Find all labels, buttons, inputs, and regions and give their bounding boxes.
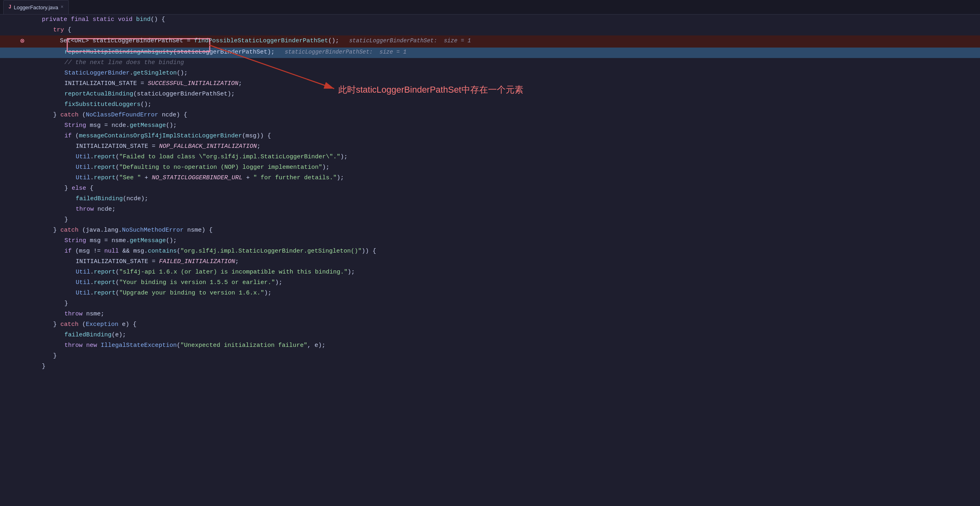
token-type: IllegalStateException (101, 342, 177, 349)
token-plain: (staticLoggerBinderPathSet); (133, 91, 235, 97)
token-method: fixSubstitutedLoggers (64, 101, 141, 108)
line-content: failedBinding(e); (64, 330, 126, 340)
token-str: "slf4j-api 1.6.x (or later) is incompati… (119, 269, 347, 276)
code-line: } (0, 299, 980, 309)
code-area[interactable]: private final static void bind() {try {⊗… (0, 15, 980, 506)
token-plain: . (90, 164, 94, 171)
token-plain: } (53, 112, 60, 118)
token-type: Util (76, 164, 90, 171)
token-type: Util (76, 290, 90, 297)
token-comment: // the next line does the binding (64, 59, 184, 66)
line-content: Util.report("Defaulting to no-operation … (76, 163, 329, 173)
code-line: StaticLoggerBinder.getSingleton(); (0, 68, 980, 79)
token-plain: ( (116, 174, 119, 181)
token-kw: String (64, 237, 90, 244)
token-kw: static (93, 16, 118, 23)
token-plain: . (90, 153, 94, 160)
token-plain: ( (177, 342, 180, 349)
line-content: reportActualBinding(staticLoggerBinderPa… (64, 89, 235, 100)
tab-close-button[interactable]: × (61, 4, 64, 10)
code-line: Util.report("Your binding is version 1.5… (0, 278, 980, 288)
token-method: reportActualBinding (64, 91, 133, 97)
line-content: } (53, 351, 57, 361)
line-content: } else { (64, 184, 93, 194)
code-line: Util.report("Upgrade your binding to ver… (0, 288, 980, 299)
token-method: getMessage (130, 122, 166, 129)
token-plain: INITIALIZATION_STATE = (76, 143, 159, 150)
line-content: // the next line does the binding (64, 58, 184, 68)
token-type: NoSuchMethodError (122, 227, 184, 234)
line-content: } catch (Exception e) { (53, 320, 136, 330)
code-line: reportMultipleBindingAmbiguity(staticLog… (0, 48, 980, 58)
code-line: Util.report("slf4j-api 1.6.x (or later) … (0, 268, 980, 278)
line-content: Util.report("See " + NO_STATICLOGGERBIND… (76, 173, 344, 183)
token-kw: throw (64, 342, 86, 349)
token-str: "Defaulting to no-operation (NOP) logger… (119, 164, 322, 171)
token-plain: INITIALIZATION_STATE = (76, 258, 159, 265)
token-plain: { (90, 185, 93, 192)
token-plain: msg = ncde. (90, 122, 130, 129)
token-kw: else (72, 185, 90, 192)
token-type: StaticLoggerBinder (64, 70, 130, 77)
java-file-icon: J (8, 4, 11, 10)
token-method: reportMultipleBindingAmbiguity (64, 49, 173, 56)
token-method: findPossibleStaticLoggerBinderPathSet (194, 37, 328, 44)
token-kw: new (86, 342, 101, 349)
line-content: String msg = ncde.getMessage(); (64, 121, 177, 131)
line-content: Util.report("Upgrade your binding to ver… (76, 288, 271, 299)
token-plain: ); (275, 279, 282, 286)
token-method: bind (136, 16, 151, 23)
code-line: } (0, 362, 980, 372)
token-plain: ); (322, 164, 329, 171)
token-plain: (); (328, 37, 339, 44)
tab-loggerfactory[interactable]: J LoggerFactory.java × (3, 0, 69, 14)
line-content: } (64, 215, 68, 225)
line-content: Util.report("Failed to load class \"org.… (76, 152, 347, 162)
token-kw-flow: try (53, 27, 68, 33)
token-kw: void (118, 16, 136, 23)
token-plain: . (90, 174, 94, 181)
token-plain: () { (151, 16, 165, 23)
code-line: reportActualBinding(staticLoggerBinderPa… (0, 89, 980, 100)
token-plain: ( (75, 133, 79, 139)
line-content: throw ncde; (76, 205, 116, 215)
token-plain: } (64, 185, 72, 192)
token-kw-flow: catch (60, 321, 82, 328)
token-str: "Upgrade your binding to version 1.6.x." (119, 290, 264, 297)
code-line: INITIALIZATION_STATE = SUCCESSFUL_INITIA… (0, 79, 980, 89)
line-content: fixSubstitutedLoggers(); (64, 100, 151, 110)
token-plain: (ncde); (123, 195, 148, 202)
token-plain: ); (337, 174, 344, 181)
token-italic-val: SUCCESSFUL_INITIALIZATION (148, 80, 238, 87)
token-plain: ncde; (97, 206, 116, 213)
token-method: report (94, 164, 116, 171)
token-plain: } (64, 300, 68, 307)
token-plain: ; (235, 258, 239, 265)
token-type: Util (76, 279, 90, 286)
editor-container: private final static void bind() {try {⊗… (0, 15, 980, 506)
token-plain: nsme; (86, 311, 104, 317)
token-plain: (staticLoggerBinderPathSet); (173, 49, 275, 56)
code-line: INITIALIZATION_STATE = NOP_FALLBACK_INIT… (0, 142, 980, 152)
line-content: reportMultipleBindingAmbiguity(staticLog… (64, 48, 407, 58)
token-plain: . (90, 269, 94, 276)
code-line: // the next line does the binding (0, 58, 980, 68)
line-content: private final static void bind() { (42, 15, 165, 25)
code-line: ⊗Set<URL> staticLoggerBinderPathSet = fi… (0, 35, 980, 48)
code-line: } catch (Exception e) { (0, 320, 980, 330)
token-plain: msg = nsme. (90, 237, 130, 244)
token-plain: ; (257, 143, 261, 150)
token-type: Util (76, 269, 90, 276)
token-kw: private (42, 16, 71, 23)
token-plain: (msg != (75, 248, 104, 255)
code-line: } catch (java.lang.NoSuchMethodError nsm… (0, 226, 980, 236)
token-plain: . (90, 290, 94, 297)
token-method: getMessage (130, 237, 166, 244)
code-line: if (msg != null && msg.contains("org.slf… (0, 247, 980, 257)
line-content: if (msg != null && msg.contains("org.slf… (64, 247, 376, 257)
line-content: Set<URL> staticLoggerBinderPathSet = fin… (60, 36, 471, 46)
tab-label: LoggerFactory.java (14, 4, 58, 10)
token-kw-flow: catch (60, 112, 82, 118)
line-content: } catch (java.lang.NoSuchMethodError nsm… (53, 226, 213, 236)
code-line: Util.report("Failed to load class \"org.… (0, 152, 980, 163)
